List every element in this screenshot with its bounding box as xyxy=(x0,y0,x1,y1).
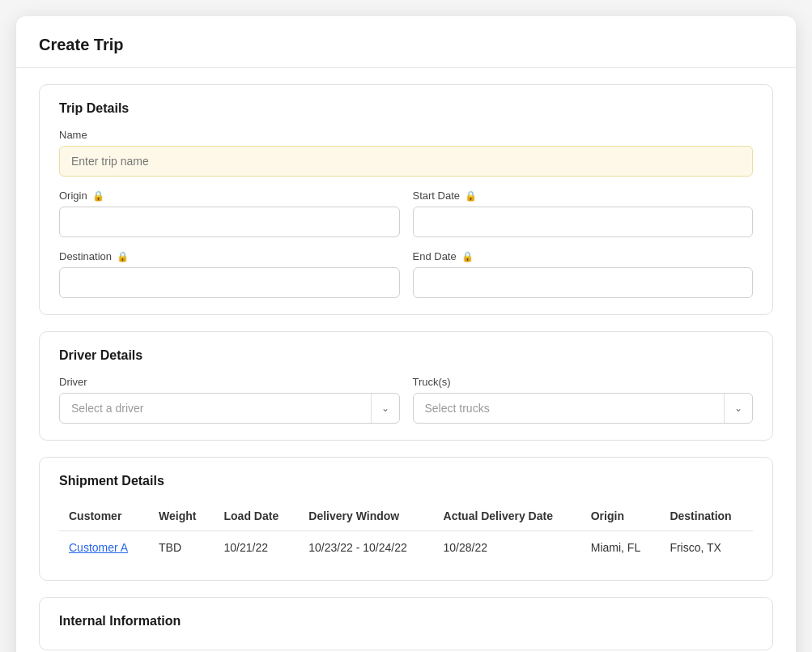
shipment-details-title: Shipment Details xyxy=(59,474,753,488)
destination-field: Destination 🔒 Frisco, TX 75034, USA xyxy=(59,250,400,298)
driver-select-chevron-icon[interactable]: ⌄ xyxy=(371,394,399,423)
trucks-label: Truck(s) xyxy=(413,376,754,388)
end-date-lock-icon: 🔒 xyxy=(461,251,474,262)
destination-lock-icon: 🔒 xyxy=(117,251,129,262)
cell-weight: TBD xyxy=(149,531,214,565)
cell-actual-delivery-date: 10/28/22 xyxy=(434,531,581,565)
trip-details-title: Trip Details xyxy=(59,101,753,116)
create-trip-modal: Create Trip Trip Details Name Origin 🔒 M… xyxy=(16,16,796,652)
col-actual-delivery-date: Actual Delivery Date xyxy=(434,501,581,531)
origin-field: Origin 🔒 Miami, FL 33196, USA xyxy=(59,190,400,237)
trip-details-section: Trip Details Name Origin 🔒 Miami, FL 331… xyxy=(39,84,773,315)
modal-header: Create Trip xyxy=(16,16,796,68)
destination-label: Destination 🔒 xyxy=(59,250,400,262)
driver-select[interactable]: Select a driver ⌄ xyxy=(59,393,400,424)
customer-link[interactable]: Customer A xyxy=(69,541,128,554)
driver-details-section: Driver Details Driver Select a driver ⌄ … xyxy=(39,331,773,441)
trucks-select[interactable]: Select trucks ⌄ xyxy=(413,393,754,424)
col-customer: Customer xyxy=(59,501,149,531)
driver-select-display[interactable]: Select a driver xyxy=(60,394,371,423)
driver-details-title: Driver Details xyxy=(59,348,753,363)
trucks-field: Truck(s) Select trucks ⌄ xyxy=(413,376,754,424)
col-origin: Origin xyxy=(581,501,661,531)
cell-load-date: 10/21/22 xyxy=(215,531,300,565)
end-date-field: End Date 🔒 10/28/2022 xyxy=(413,250,754,298)
origin-lock-icon: 🔒 xyxy=(92,190,104,202)
destination-input: Frisco, TX 75034, USA xyxy=(59,267,400,298)
col-destination: Destination xyxy=(660,501,753,531)
cell-customer[interactable]: Customer A xyxy=(59,531,149,565)
trucks-select-chevron-icon[interactable]: ⌄ xyxy=(724,394,752,423)
col-load-date: Load Date xyxy=(215,501,300,531)
cell-delivery-window: 10/23/22 - 10/24/22 xyxy=(299,531,433,565)
name-label: Name xyxy=(59,129,753,141)
modal-body: Trip Details Name Origin 🔒 Miami, FL 331… xyxy=(16,68,796,652)
internal-info-title: Internal Information xyxy=(59,614,753,629)
shipment-table: Customer Weight Load Date Delivery Windo… xyxy=(59,501,753,564)
origin-label: Origin 🔒 xyxy=(59,190,400,202)
internal-info-section: Internal Information xyxy=(39,597,773,650)
shipment-details-section: Shipment Details Customer Weight Load Da… xyxy=(39,457,773,581)
origin-input: Miami, FL 33196, USA xyxy=(59,207,400,237)
start-date-field: Start Date 🔒 10/21/2022 xyxy=(413,190,754,237)
end-date-label: End Date 🔒 xyxy=(413,250,754,262)
col-delivery-window: Delivery Window xyxy=(299,501,433,531)
cell-destination: Frisco, TX xyxy=(660,531,753,565)
table-row: Customer A TBD 10/21/22 10/23/22 - 10/24… xyxy=(59,531,753,565)
cell-origin: Miami, FL xyxy=(581,531,661,565)
trucks-select-display[interactable]: Select trucks xyxy=(414,394,725,423)
start-date-label: Start Date 🔒 xyxy=(413,190,754,202)
driver-label: Driver xyxy=(59,376,400,388)
end-date-input: 10/28/2022 xyxy=(413,267,754,298)
table-header: Customer Weight Load Date Delivery Windo… xyxy=(59,501,753,531)
modal-title: Create Trip xyxy=(39,36,773,54)
table-body: Customer A TBD 10/21/22 10/23/22 - 10/24… xyxy=(59,531,753,565)
start-date-lock-icon: 🔒 xyxy=(465,190,477,202)
trip-name-input[interactable] xyxy=(59,146,753,177)
col-weight: Weight xyxy=(149,501,214,531)
driver-field: Driver Select a driver ⌄ xyxy=(59,376,400,424)
start-date-input: 10/21/2022 xyxy=(413,207,754,237)
shipment-table-wrapper: Customer Weight Load Date Delivery Windo… xyxy=(59,501,753,564)
